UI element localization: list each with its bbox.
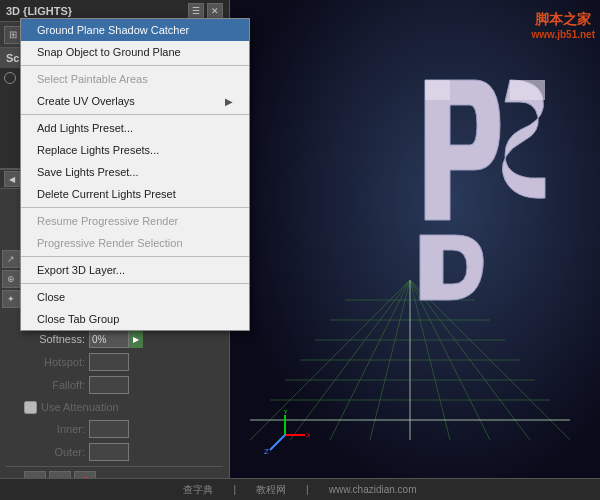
submenu-arrow-create-uv: ▶ [225, 96, 233, 107]
use-attenuation-checkbox [24, 401, 37, 414]
falloff-row: Falloff: [24, 375, 223, 395]
menu-item-export-3d[interactable]: Export 3D Layer... [21, 259, 249, 281]
softness-row: Softness: ▶ [24, 329, 223, 349]
outer-row: Outer: [24, 442, 223, 462]
panel-title-icons: ☰ ✕ [188, 3, 223, 19]
watermark: 脚本之家 www.jb51.net [531, 10, 595, 41]
footer-separator2: | [306, 484, 309, 495]
menu-separator-separator5 [21, 283, 249, 284]
svg-text:Z: Z [264, 447, 269, 456]
inner-label: Inner: [24, 423, 89, 435]
menu-separator-separator4 [21, 256, 249, 257]
main-area: X Y Z 脚本之家 www.jb51.net [230, 0, 600, 500]
softness-arrow[interactable]: ▶ [129, 330, 143, 348]
inner-input [89, 420, 129, 438]
menu-item-select-paintable: Select Paintable Areas [21, 68, 249, 90]
menu-item-create-uv[interactable]: Create UV Overlays▶ [21, 90, 249, 112]
panel-menu-icon[interactable]: ☰ [188, 3, 204, 19]
menu-item-progressive-selection: Progressive Render Selection [21, 232, 249, 254]
use-attenuation-label: Use Attenuation [41, 401, 119, 413]
menu-item-close-tab-group[interactable]: Close Tab Group [21, 308, 249, 330]
menu-item-replace-lights[interactable]: Replace Lights Presets... [21, 139, 249, 161]
left-panel-icon1[interactable]: ◀ [4, 171, 20, 187]
menu-separator-separator1 [21, 65, 249, 66]
axes-svg: X Y Z [260, 410, 310, 460]
softness-label: Softness: [24, 333, 89, 345]
panel-title: 3D {LIGHTS} [6, 5, 72, 17]
svg-text:X: X [306, 431, 310, 440]
side-icon-1[interactable]: ↗ [2, 250, 20, 268]
menu-item-resume-progressive: Resume Progressive Render [21, 210, 249, 232]
footer-text1: 查字典 [183, 483, 213, 497]
outer-label: Outer: [24, 446, 89, 458]
watermark-line2: www.jb51.net [531, 28, 595, 41]
inner-row: Inner: [24, 419, 223, 439]
context-menu: Ground Plane Shadow CatcherSnap Object t… [20, 18, 250, 331]
menu-item-close[interactable]: Close [21, 286, 249, 308]
footer-text2: 教程网 [256, 483, 286, 497]
hotspot-row: Hotspot: [24, 352, 223, 372]
menu-separator-separator3 [21, 207, 249, 208]
softness-input[interactable] [89, 330, 129, 348]
svg-line-20 [270, 435, 285, 450]
footer-separator: | [233, 484, 236, 495]
use-attenuation-row: Use Attenuation [24, 398, 223, 416]
watermark-line1: 脚本之家 [531, 10, 595, 28]
side-icon-3[interactable]: ✦ [2, 290, 20, 308]
panel-close-icon[interactable]: ✕ [207, 3, 223, 19]
svg-text:Y: Y [283, 410, 289, 416]
menu-item-snap-to-ground[interactable]: Snap Object to Ground Plane [21, 41, 249, 63]
3d-object [405, 20, 585, 320]
falloff-label: Falloff: [24, 379, 89, 391]
footer-bar: 查字典 | 教程网 | www.chazidian.com [0, 478, 600, 500]
outer-input [89, 443, 129, 461]
canvas-bg: X Y Z 脚本之家 www.jb51.net [230, 0, 600, 500]
menu-item-ground-plane-shadow[interactable]: Ground Plane Shadow Catcher [21, 19, 249, 41]
falloff-input [89, 376, 129, 394]
side-icons: ↗ ⊕ ✦ [2, 250, 20, 308]
eye-icon-psd[interactable] [4, 72, 16, 84]
menu-separator-separator2 [21, 114, 249, 115]
hotspot-input [89, 353, 129, 371]
footer-text3: www.chazidian.com [329, 484, 417, 495]
side-icon-2[interactable]: ⊕ [2, 270, 20, 288]
hotspot-label: Hotspot: [24, 356, 89, 368]
menu-item-save-lights[interactable]: Save Lights Preset... [21, 161, 249, 183]
menu-item-delete-lights[interactable]: Delete Current Lights Preset [21, 183, 249, 205]
menu-item-add-lights[interactable]: Add Lights Preset... [21, 117, 249, 139]
